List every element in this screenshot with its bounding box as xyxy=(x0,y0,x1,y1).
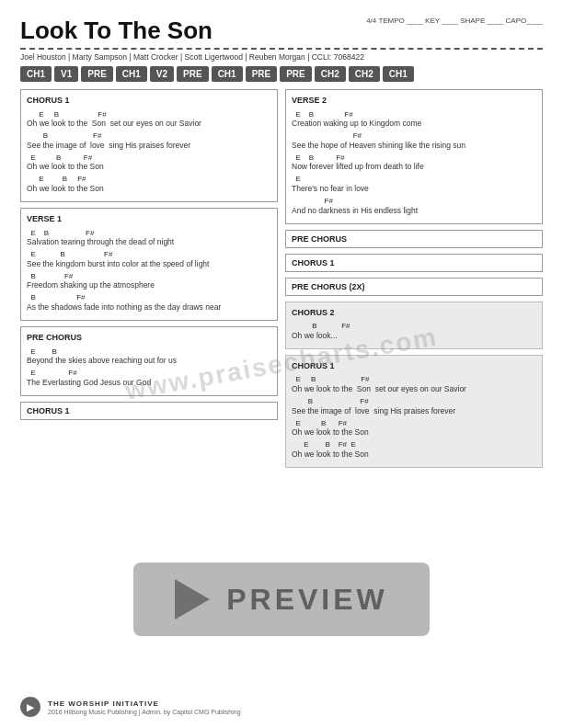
footer-info: THE WORSHIP INITIATIVE 2016 Hillsong Mus… xyxy=(48,700,241,715)
chorus2-stanza1: B F# Oh we look... xyxy=(292,322,536,341)
preview-label[interactable]: PREVIEW xyxy=(226,583,388,617)
org-name: THE WORSHIP INITIATIVE xyxy=(48,700,241,708)
chorus1-right-label: CHORUS 1 xyxy=(285,254,543,272)
nav-bar: CH1 V1 PRE CH1 V2 PRE CH1 PRE PRE CH2 CH… xyxy=(20,66,543,82)
nav-ch1-1[interactable]: CH1 xyxy=(20,66,52,82)
nav-ch1-2[interactable]: CH1 xyxy=(116,66,147,82)
chorus1-stanza3: E B F# Oh we look to the Son xyxy=(27,154,271,173)
preview-box[interactable]: PREVIEW xyxy=(133,563,430,636)
chorus1-bottom-stanza1: E B F# Oh we look to the Son set our eye… xyxy=(292,375,536,394)
nav-ch2-2[interactable]: CH2 xyxy=(349,66,380,82)
play-icon[interactable] xyxy=(175,579,210,620)
chorus1-bottom-stanza2: B F# See the image of love sing His prai… xyxy=(292,397,536,416)
verse2-stanza1: E B F# Creation waking up to Kingdom com… xyxy=(292,110,536,130)
meta-row: 4/4 TEMPO ____ KEY ____ SHAPE ____ CAPO_… xyxy=(366,17,543,25)
verse2-title: VERSE 2 xyxy=(292,95,536,108)
nav-v2[interactable]: V2 xyxy=(150,66,174,82)
pre-chorus-left-section: PRE CHORUS E B Beyond the skies above re… xyxy=(20,326,278,396)
chorus1-bottom-stanza3: E B F# Oh we look to the Son xyxy=(292,419,536,438)
chorus1-stanza4: E B F# Oh we look to the Son xyxy=(27,175,271,194)
chorus1-stanza2: B F# See the image of love sing His prai… xyxy=(27,131,271,151)
nav-ch1-4[interactable]: CH1 xyxy=(383,66,414,82)
verse1-section: VERSE 1 E B F# Salvation tearing through… xyxy=(20,208,278,321)
verse2-stanza3: E B F# Now forever lifted up from death … xyxy=(292,154,536,173)
verse1-stanza1: E B F# Salvation tearing through the dea… xyxy=(27,229,271,248)
footer: ▶ THE WORSHIP INITIATIVE 2016 Hillsong M… xyxy=(20,697,543,717)
verse1-stanza2: E B F# See the kingdom burst into color … xyxy=(27,250,271,269)
verse2-section: VERSE 2 E B F# Creation waking up to Kin… xyxy=(285,89,543,224)
verse1-stanza3: B F# Freedom shaking up the atmosphere xyxy=(27,272,271,291)
page: Look To The Son 4/4 TEMPO ____ KEY ____ … xyxy=(0,0,563,728)
worship-initiative-logo: ▶ xyxy=(20,697,40,717)
right-column: VERSE 2 E B F# Creation waking up to Kin… xyxy=(285,89,543,473)
nav-v1[interactable]: V1 xyxy=(54,66,78,82)
verse2-stanza5: F# And no darkness in His endless light xyxy=(292,197,536,216)
verse2-stanza2: F# See the hope of Heaven shining like t… xyxy=(292,131,536,151)
verse1-stanza4: B F# As the shadows fade into nothing as… xyxy=(27,293,271,313)
nav-pre-3[interactable]: PRE xyxy=(246,66,278,82)
divider xyxy=(20,48,543,50)
pre-chorus-right-label: PRE CHORUS xyxy=(285,230,543,248)
pre-chorus-stanza1: E B Beyond the skies above reaching out … xyxy=(27,347,271,367)
time-sig: 4/4 xyxy=(366,17,376,25)
copyright: 2016 Hillsong Music Publishing | Admin. … xyxy=(48,709,241,715)
left-column: CHORUS 1 E B F# Oh we look to the Son se… xyxy=(20,89,278,473)
chorus1-bottom-stanza4: E B F# E Oh we look to the Son xyxy=(292,440,536,460)
nav-pre-2[interactable]: PRE xyxy=(177,66,209,82)
pre-chorus-2x-label: PRE CHORUS (2X) xyxy=(285,278,543,296)
chorus1-label-left: CHORUS 1 xyxy=(20,402,278,420)
main-content: CHORUS 1 E B F# Oh we look to the Son se… xyxy=(20,89,543,473)
chorus1-bottom-section: CHORUS 1 E B F# Oh we look to the Son se… xyxy=(285,355,543,468)
chorus1-title: CHORUS 1 xyxy=(27,95,271,108)
chorus1-bottom-title: CHORUS 1 xyxy=(292,360,536,373)
nav-pre-1[interactable]: PRE xyxy=(81,66,113,82)
nav-ch1-3[interactable]: CH1 xyxy=(212,66,243,82)
nav-pre-4[interactable]: PRE xyxy=(280,66,312,82)
verse2-stanza4: E There's no fear in love xyxy=(292,175,536,194)
chorus1-stanza1: E B F# Oh we look to the Son set our eye… xyxy=(27,110,271,130)
pre-chorus-left-title: PRE CHORUS xyxy=(27,332,271,345)
chorus2-title: CHORUS 2 xyxy=(292,307,536,320)
pre-chorus-stanza2: E F# The Everlasting God Jesus our God xyxy=(27,369,271,388)
nav-ch2-1[interactable]: CH2 xyxy=(315,66,346,82)
chorus2-section: CHORUS 2 B F# Oh we look... xyxy=(285,301,543,349)
tempo-label: TEMPO ____ KEY ____ SHAPE ____ CAPO____ xyxy=(378,17,543,25)
verse1-title: VERSE 1 xyxy=(27,213,271,226)
authors: Joel Houston | Marty Sampson | Matt Croc… xyxy=(20,52,543,62)
chorus1-section: CHORUS 1 E B F# Oh we look to the Son se… xyxy=(20,89,278,202)
preview-overlay[interactable]: PREVIEW xyxy=(0,563,563,636)
